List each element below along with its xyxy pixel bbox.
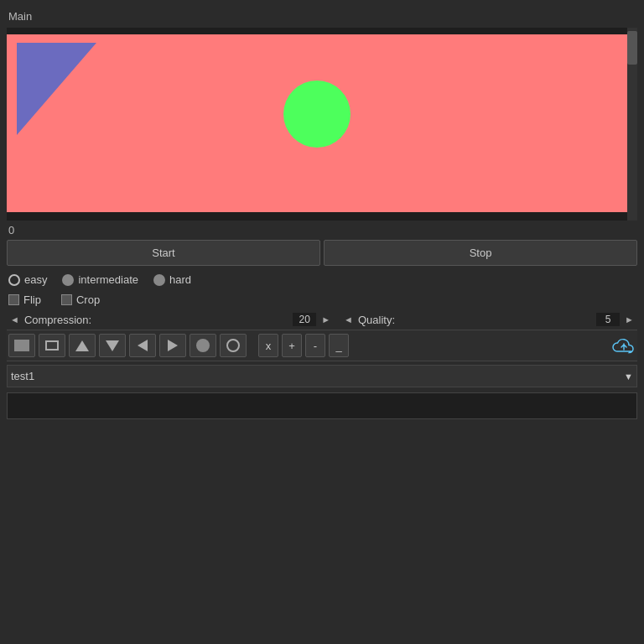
tool-plus[interactable]: + [282, 334, 302, 357]
svg-marker-0 [17, 43, 96, 135]
tool-filled-circle[interactable] [190, 334, 216, 357]
filled-rect-icon [14, 340, 29, 351]
circle-shape [283, 80, 351, 148]
radio-intermediate[interactable]: intermediate [62, 273, 138, 286]
flip-checkbox[interactable]: Flip [8, 293, 41, 306]
dropdown-row[interactable]: test1 ▼ [7, 365, 637, 387]
radio-easy-label: easy [24, 273, 47, 286]
start-button[interactable]: Start [7, 240, 320, 266]
tool-tri-left[interactable] [129, 334, 156, 357]
scrollbar-track[interactable] [627, 28, 637, 221]
radio-intermediate-label: intermediate [78, 273, 138, 286]
preview-wrapper [7, 28, 637, 221]
tool-minus[interactable]: - [305, 334, 325, 357]
quality-decrement[interactable]: ◄ [342, 314, 355, 325]
tri-right-icon [168, 340, 178, 351]
radio-intermediate-circle [62, 274, 74, 286]
counter-value: 0 [8, 224, 14, 236]
page-title: Main [7, 7, 637, 28]
compression-value: 20 [293, 313, 316, 326]
stop-button[interactable]: Stop [324, 240, 637, 266]
tool-empty-rect[interactable] [39, 334, 65, 357]
dropdown-arrow-icon: ▼ [624, 371, 633, 382]
tri-down-icon [106, 340, 119, 351]
tool-empty-circle[interactable] [220, 334, 247, 357]
tri-up-icon [75, 340, 89, 351]
checkbox-row: Flip Crop [7, 290, 637, 309]
radio-hard-label: hard [169, 273, 191, 286]
bottom-input-area[interactable] [7, 392, 637, 419]
tool-tri-up[interactable] [69, 334, 96, 357]
quality-label: Quality: [358, 314, 395, 326]
compression-increment[interactable]: ► [319, 314, 332, 325]
compression-label: Compression: [24, 314, 91, 326]
cloud-icon [612, 336, 636, 355]
dropdown-selected: test1 [11, 370, 624, 382]
crop-checkbox-box [61, 294, 72, 305]
empty-circle-icon [226, 339, 240, 352]
quality-value: 5 [596, 313, 620, 326]
radio-easy[interactable]: easy [8, 273, 47, 286]
radio-easy-circle [8, 274, 20, 286]
counter-display: 0 [7, 221, 637, 240]
tool-tri-right[interactable] [159, 334, 186, 357]
tool-filled-rect[interactable] [8, 334, 35, 357]
cloud-upload-button[interactable] [612, 336, 636, 355]
empty-rect-icon [45, 340, 59, 351]
quality-increment[interactable]: ► [623, 314, 636, 325]
compression-row: ◄ Compression: 20 ► ◄ Quality: 5 ► [7, 309, 637, 330]
difficulty-row: easy intermediate hard [7, 269, 637, 290]
crop-label: Crop [76, 293, 100, 306]
start-stop-row: Start Stop [7, 240, 637, 266]
canvas-area [7, 34, 627, 212]
scrollbar-thumb[interactable] [627, 31, 637, 65]
flip-checkbox-box [8, 294, 19, 305]
radio-hard[interactable]: hard [153, 273, 191, 286]
crop-checkbox[interactable]: Crop [61, 293, 100, 306]
tool-underscore[interactable]: _ [329, 334, 349, 357]
compression-decrement[interactable]: ◄ [8, 314, 21, 325]
tool-tri-down[interactable] [99, 334, 126, 357]
tool-x[interactable]: x [258, 334, 278, 357]
main-container: Main 0 Start Stop easy int [0, 0, 644, 426]
triangle-shape [17, 43, 101, 135]
toolbar-row: x + - _ [7, 330, 637, 361]
radio-hard-circle [153, 274, 165, 286]
flip-label: Flip [23, 293, 41, 306]
filled-circle-icon [196, 339, 210, 352]
difficulty-group: easy intermediate hard [8, 273, 636, 286]
tri-left-icon [138, 340, 148, 351]
